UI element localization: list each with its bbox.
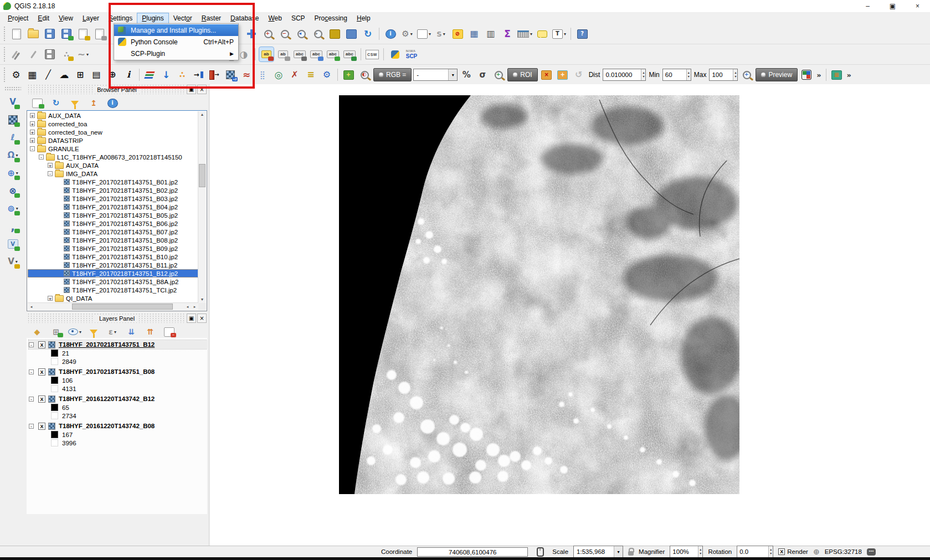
zoom-out-icon[interactable]: − — [278, 27, 292, 41]
crs-globe-icon[interactable]: ⊕ — [813, 548, 820, 556]
scp-rgb-combo[interactable]: -▾ — [413, 69, 458, 81]
coordinate-input[interactable]: 740608,6100476 — [417, 547, 528, 557]
toolbar-extension-2[interactable]: » — [846, 71, 852, 79]
close-button[interactable]: × — [905, 0, 930, 12]
add-spatialite-layer-icon[interactable]: ℓ — [6, 130, 20, 145]
toolbar-handle[interactable] — [3, 26, 6, 42]
chevron-down-icon[interactable]: ▾ — [16, 259, 18, 264]
scp-zoom-roi-icon[interactable]: + — [491, 68, 506, 82]
scale-combo[interactable]: 1:535,968 ▾ — [573, 546, 623, 558]
pan-map-icon[interactable] — [244, 27, 259, 41]
toolbar-handle[interactable] — [3, 67, 6, 83]
layer-item[interactable]: -XT18HYF_20161220T143742_B081673996 — [27, 421, 207, 448]
scroll-up-icon[interactable]: ▲ — [198, 111, 206, 118]
current-edits-icon[interactable]: ▾ — [9, 47, 24, 61]
digitize-curve-icon[interactable]: ~▾ — [76, 47, 90, 61]
chevron-down-icon[interactable]: ▾ — [614, 546, 623, 557]
save-project-icon[interactable] — [43, 27, 57, 41]
scrollbar-thumb[interactable] — [199, 164, 205, 187]
spinner-arrows[interactable]: ▴▾ — [733, 69, 737, 80]
lock-scale-icon[interactable] — [628, 551, 634, 556]
cloud-download-icon[interactable]: ☁ — [57, 68, 71, 82]
browser-horizontal-scrollbar[interactable]: ◂ ◂ ▸ — [28, 302, 198, 310]
add-wfs-layer-icon[interactable]: ⊚▾ — [6, 201, 20, 216]
tree-expander[interactable]: + — [48, 296, 53, 301]
chevron-down-icon[interactable]: ▾ — [16, 171, 18, 176]
toggle-editing-icon[interactable] — [26, 47, 40, 61]
browser-tree-item[interactable]: +AUX_DATA — [28, 161, 198, 169]
messages-icon[interactable]: ⋯ — [867, 548, 876, 556]
label-visibility-icon[interactable]: abc — [292, 47, 307, 61]
add-group-icon[interactable]: ⊞ — [49, 326, 63, 338]
menu-item-raster[interactable]: Raster — [197, 13, 225, 23]
add-delimited-text-icon[interactable]: , — [6, 219, 20, 234]
expression-filter-icon[interactable]: ε▾ — [105, 326, 120, 338]
toolbar-handle[interactable] — [4, 86, 21, 90]
close-panel-icon[interactable]: × — [197, 85, 207, 94]
browser-tree-item[interactable]: +DATASTRIP — [28, 136, 198, 145]
toolbar-handle[interactable] — [3, 47, 6, 62]
copy-files-icon[interactable]: ⊞ — [73, 68, 88, 82]
browser-tree-item[interactable]: T18HYF_20170218T143751_B08.jp2 — [28, 236, 198, 244]
map-canvas[interactable] — [210, 84, 930, 546]
text-annotation-icon[interactable]: T▾ — [552, 27, 567, 41]
chevron-down-icon[interactable]: ▾ — [448, 69, 457, 80]
scp-settings-icon[interactable]: ⚙ — [320, 68, 334, 82]
new-scratch-layer-icon[interactable]: V▾ — [6, 254, 20, 269]
save-project-as-icon[interactable] — [59, 27, 74, 41]
scp-rgb-quad-icon[interactable] — [799, 68, 814, 82]
scp-percent-icon[interactable]: % — [459, 68, 474, 82]
browser-tree-item[interactable]: -L1C_T18HYF_A008673_20170218T145150 — [28, 153, 198, 161]
scp-roi-polygon-icon[interactable]: × — [539, 68, 554, 82]
scp-postprocessing-icon[interactable]: → — [207, 68, 222, 82]
browser-tree-item[interactable]: T18HYF_20170218T143751_B8A.jp2 — [28, 278, 198, 286]
render-toggle[interactable]: X Render — [778, 548, 808, 555]
browser-tree-item[interactable]: +corrected_toa — [28, 120, 198, 128]
browser-tree-item[interactable]: T18HYF_20170218T143751_B09.jp2 — [28, 244, 198, 253]
add-wms-layer-icon[interactable]: ⊕▾ — [6, 166, 20, 181]
browser-tree-item[interactable]: T18HYF_20170218T143751_B10.jp2 — [28, 253, 198, 261]
scp-roi-ring-icon[interactable]: ◎ — [271, 68, 286, 82]
rotation-spin[interactable]: 0.0 ▴▾ — [737, 546, 773, 558]
scp-preprocessing-icon[interactable]: → — [191, 68, 205, 82]
open-project-icon[interactable] — [26, 27, 40, 41]
chevron-down-icon[interactable]: ▾ — [530, 32, 532, 37]
menu-item-database[interactable]: Database — [226, 13, 263, 23]
browser-tree-item[interactable]: T18HYF_20170218T143751_B04.jp2 — [28, 203, 198, 211]
add-wcs-layer-icon[interactable]: ⊗ — [6, 183, 20, 198]
chevron-down-icon[interactable]: ▾ — [429, 32, 431, 37]
scp-rgb-magnifier-icon[interactable]: ◐ — [357, 68, 372, 82]
menu-item-scp[interactable]: SCP — [287, 13, 310, 23]
tree-expander[interactable]: - — [29, 424, 34, 429]
scroll-down-icon[interactable]: ▼ — [198, 296, 206, 303]
scroll-left-icon-2[interactable]: ◂ — [184, 303, 191, 310]
tree-expander[interactable]: + — [30, 121, 35, 126]
layer-checkbox[interactable]: X — [38, 423, 45, 430]
add-postgis-layer-icon[interactable]: Ω▾ — [6, 148, 20, 163]
new-shapefile-icon[interactable]: V — [6, 237, 20, 251]
settings-wrench-icon[interactable]: ⚙ — [9, 68, 23, 82]
min-spin[interactable]: 60▴▾ — [662, 69, 691, 81]
label-toolbar-icon[interactable]: ab — [259, 47, 274, 61]
scp-zoom-preview-icon[interactable]: + — [739, 68, 754, 82]
scp-edit-tools-icon[interactable]: ✗ — [287, 68, 302, 82]
tree-expander[interactable]: - — [29, 342, 34, 347]
menu-item-view[interactable]: View — [54, 13, 78, 23]
scroll-left-icon[interactable]: ◂ — [28, 303, 35, 310]
raster-calculator-icon[interactable]: ▦ — [25, 68, 39, 82]
manage-visibility-icon[interactable]: ▾ — [68, 326, 82, 338]
measure-icon[interactable]: ▾ — [517, 27, 533, 41]
layer-row[interactable]: -XT18HYF_20161220T143742_B12 — [29, 394, 207, 403]
label-rotate-icon[interactable]: abc — [326, 47, 340, 61]
layers-panel-header[interactable]: Layers Panel ▣ × — [27, 314, 207, 323]
menu-item-plugins[interactable]: Plugins — [137, 13, 168, 23]
select-by-expression-icon[interactable]: ⊘ — [450, 27, 465, 41]
feature-action-icon[interactable]: ⚙▾ — [400, 27, 414, 41]
scp-toolbar-extension[interactable]: » — [815, 71, 822, 79]
float-panel-icon[interactable]: ▣ — [187, 314, 196, 323]
add-raster-layer-icon[interactable] — [6, 112, 20, 127]
label-move-icon[interactable]: abc — [309, 47, 323, 61]
new-project-icon[interactable] — [9, 27, 24, 41]
browser-tree-item[interactable]: T18HYF_20170218T143751_B06.jp2 — [28, 219, 198, 228]
restore-button[interactable]: ▣ — [880, 0, 905, 12]
